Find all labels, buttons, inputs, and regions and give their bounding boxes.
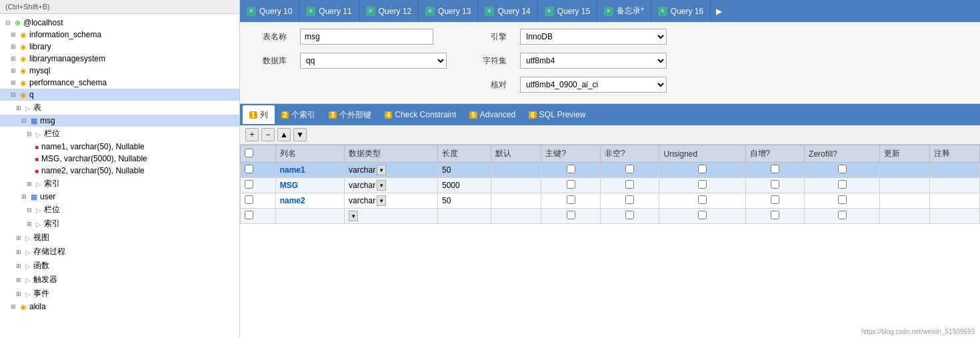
type-dropdown-arrow[interactable]: ▼ (349, 211, 358, 221)
tab-Query-12[interactable]: ≡Query 12 (359, 0, 419, 22)
tree-item-folder[interactable]: ⊞▷存储过程 (0, 245, 239, 259)
col-type-cell[interactable]: varchar▼ (345, 178, 438, 193)
add-row-button[interactable]: + (245, 128, 259, 141)
sub-tab-3[interactable]: 4 Check Constraint (378, 105, 463, 124)
unsigned-checkbox[interactable] (698, 180, 707, 189)
pk-checkbox[interactable] (567, 180, 575, 189)
autoincr-checkbox[interactable] (771, 165, 779, 173)
tab-Query-15[interactable]: ≡Query 15 (538, 0, 597, 22)
row-checkbox[interactable] (245, 211, 253, 219)
row-checkbox[interactable] (245, 180, 253, 189)
table-row[interactable]: name1varchar▼50 (241, 163, 980, 178)
tree-item-database[interactable]: ⊟◉q (0, 89, 239, 101)
pk-checkbox[interactable] (567, 195, 575, 204)
zerofill-checkbox[interactable] (838, 211, 847, 219)
tree-item-folder[interactable]: ⊞▷触发器 (0, 273, 239, 287)
col-pk-cell[interactable] (541, 178, 601, 193)
tab-Query-16[interactable]: ≡Query 16 (651, 0, 711, 22)
type-dropdown-arrow[interactable]: ▼ (377, 195, 386, 206)
tree-item-table[interactable]: ⊞▦user (0, 191, 239, 203)
tab-备忘录*[interactable]: ≡备忘录* (597, 0, 651, 22)
col-pk-cell[interactable] (541, 193, 601, 209)
tree-item-folder[interactable]: ⊟▷栏位 (0, 127, 239, 141)
tree-item-database[interactable]: ⊞◉mysql (0, 65, 239, 77)
col-autoincr-cell[interactable] (745, 178, 805, 193)
col-pk-cell[interactable] (541, 209, 601, 224)
tree-item-database[interactable]: ⊞◉akila (0, 301, 239, 313)
database-select[interactable]: qq (300, 53, 447, 69)
tree-item-folder[interactable]: ⊞▷事件 (0, 287, 239, 301)
col-zerofill-cell[interactable] (805, 209, 880, 224)
col-unsigned-cell[interactable] (659, 193, 745, 209)
notnull-checkbox[interactable] (625, 180, 634, 189)
tree-item-database[interactable]: ⊞◉performance_schema (0, 77, 239, 89)
tab-Query-13[interactable]: ≡Query 13 (419, 0, 478, 22)
charset-select[interactable]: utf8mb4 (520, 53, 667, 69)
col-notnull-cell[interactable] (600, 163, 659, 178)
select-all-checkbox[interactable] (245, 149, 253, 157)
type-dropdown-arrow[interactable]: ▼ (377, 180, 386, 191)
zerofill-checkbox[interactable] (838, 195, 847, 204)
col-pk-cell[interactable] (541, 163, 601, 178)
col-unsigned-cell[interactable] (659, 163, 745, 178)
col-notnull-cell[interactable] (600, 209, 659, 224)
tab-more-button[interactable]: ▶ (711, 0, 727, 22)
tab-Query-14[interactable]: ≡Query 14 (478, 0, 537, 22)
unsigned-checkbox[interactable] (698, 211, 707, 219)
col-autoincr-cell[interactable] (745, 163, 805, 178)
autoincr-checkbox[interactable] (771, 180, 779, 189)
tree-item-folder[interactable]: ⊞▷函数 (0, 259, 239, 273)
tree-item-database[interactable]: ⊞◉librarymanagesystem (0, 53, 239, 65)
autoincr-checkbox[interactable] (771, 195, 779, 204)
tree-item-folder[interactable]: ⊟▷栏位 (0, 203, 239, 217)
tree-item-folder[interactable]: ⊞▷视图 (0, 231, 239, 245)
col-name-cell[interactable]: MSG (275, 178, 344, 193)
tree-item-database[interactable]: ⊞◉library (0, 41, 239, 53)
unsigned-checkbox[interactable] (698, 165, 707, 173)
col-autoincr-cell[interactable] (745, 209, 805, 224)
tree-item-folder[interactable]: ⊞▷表 (0, 101, 239, 115)
col-name-cell[interactable]: name2 (275, 193, 344, 209)
col-notnull-cell[interactable] (600, 193, 659, 209)
sub-tab-1[interactable]: 2 个索引 (275, 105, 323, 124)
type-dropdown-arrow[interactable]: ▼ (377, 165, 386, 175)
notnull-checkbox[interactable] (625, 165, 634, 173)
move-up-button[interactable]: ▲ (277, 128, 291, 141)
col-name-cell[interactable]: name1 (275, 163, 344, 178)
tree-item-table[interactable]: ⊟▦msg (0, 115, 239, 127)
table-name-input[interactable] (300, 29, 433, 45)
col-autoincr-cell[interactable] (745, 193, 805, 209)
autoincr-checkbox[interactable] (771, 211, 779, 219)
sub-tab-0[interactable]: 1 列 (243, 105, 275, 124)
pk-checkbox[interactable] (567, 211, 575, 219)
tab-Query-11[interactable]: ≡Query 11 (299, 0, 359, 22)
sub-tab-4[interactable]: 5 Advanced (463, 105, 522, 124)
col-notnull-cell[interactable] (600, 178, 659, 193)
tab-Query-10[interactable]: ≡Query 10 (240, 0, 299, 22)
tree-item-folder[interactable]: ⊞▷索引 (0, 177, 239, 191)
table-row[interactable]: ▼ (241, 209, 980, 224)
col-zerofill-cell[interactable] (805, 193, 880, 209)
col-type-cell[interactable]: varchar▼ (345, 163, 438, 178)
tree-item-column[interactable]: ■name1, varchar(50), Nullable (0, 141, 239, 153)
collation-select[interactable]: utf8mb4_0900_ai_ci (520, 77, 667, 93)
zerofill-checkbox[interactable] (838, 165, 847, 173)
col-type-cell[interactable]: ▼ (345, 209, 438, 224)
engine-select[interactable]: InnoDB (520, 29, 667, 45)
delete-row-button[interactable]: − (261, 128, 275, 141)
row-checkbox[interactable] (245, 195, 253, 204)
tree-item-column[interactable]: ■name2, varchar(50), Nullable (0, 165, 239, 177)
move-down-button[interactable]: ▼ (293, 128, 307, 141)
col-type-cell[interactable]: varchar▼ (345, 193, 438, 209)
table-row[interactable]: MSGvarchar▼5000 (241, 178, 980, 193)
sub-tab-2[interactable]: 3 个外部键 (322, 105, 378, 124)
sub-tab-5[interactable]: 6 SQL Preview (522, 105, 592, 124)
col-unsigned-cell[interactable] (659, 178, 745, 193)
col-unsigned-cell[interactable] (659, 209, 745, 224)
tree-item-column[interactable]: ■MSG, varchar(5000), Nullable (0, 153, 239, 165)
unsigned-checkbox[interactable] (698, 195, 707, 204)
table-row[interactable]: name2varchar▼50 (241, 193, 980, 209)
tree-item-connection[interactable]: ⊟⊕@localhost (0, 17, 239, 29)
notnull-checkbox[interactable] (625, 211, 634, 219)
col-name-cell[interactable] (275, 209, 344, 224)
